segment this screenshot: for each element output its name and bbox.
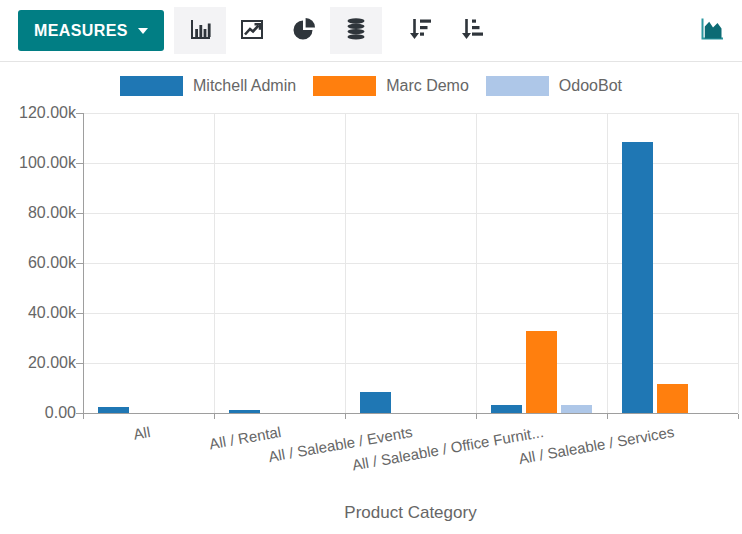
bar-mitchell-admin-0[interactable] — [98, 407, 129, 413]
bar-mitchell-admin-4[interactable] — [622, 142, 653, 413]
bar-mitchell-admin-1[interactable] — [229, 410, 260, 413]
bar-marc-demo-4[interactable] — [657, 384, 688, 413]
y-axis-tick-label: 0.00 — [45, 404, 76, 422]
caret-down-icon — [138, 28, 148, 34]
plot-area — [83, 113, 738, 413]
v-gridline — [476, 113, 477, 413]
stacked-toggle-button[interactable] — [330, 7, 382, 54]
y-axis-tick-label: 20.00k — [28, 354, 76, 372]
y-axis-tick-label: 80.00k — [28, 204, 76, 222]
sort-button-group — [394, 7, 498, 54]
sort-descending-button[interactable] — [394, 7, 446, 54]
line-chart-icon — [239, 16, 265, 45]
pie-chart-view-button[interactable] — [278, 7, 330, 54]
x-tick-mark — [214, 414, 215, 419]
x-tick-mark — [476, 414, 477, 419]
x-axis-tick-label: All — [132, 424, 151, 443]
legend-label: Marc Demo — [386, 77, 469, 95]
bar-odoobot-3[interactable] — [561, 405, 592, 413]
legend-swatch — [313, 76, 376, 96]
x-axis-line — [83, 413, 738, 414]
x-tick-mark — [83, 414, 84, 419]
v-gridline — [607, 113, 608, 413]
y-tick-mark — [76, 413, 83, 414]
sort-ascending-icon — [457, 14, 487, 47]
x-tick-mark — [345, 414, 346, 419]
y-tick-mark — [76, 263, 83, 264]
y-axis-tick-label: 120.00k — [19, 104, 76, 122]
y-axis-labels: 120.00k100.00k80.00k60.00k40.00k20.00k0.… — [0, 113, 76, 425]
y-axis-line — [83, 113, 84, 419]
legend-item-mitchell-admin[interactable]: Mitchell Admin — [120, 76, 296, 96]
v-gridline — [214, 113, 215, 413]
v-gridline — [738, 113, 739, 413]
y-axis-tick-label: 100.00k — [19, 154, 76, 172]
y-axis-tick-label: 40.00k — [28, 304, 76, 322]
y-tick-mark — [76, 113, 83, 114]
bar-mitchell-admin-2[interactable] — [360, 392, 391, 413]
legend-item-odoobot[interactable]: OdooBot — [486, 76, 622, 96]
measures-button-label: MEASURES — [34, 22, 128, 40]
x-axis-title: Product Category — [83, 503, 738, 523]
v-gridline — [345, 113, 346, 413]
x-tick-mark — [738, 414, 739, 419]
area-chart-button[interactable] — [698, 15, 726, 46]
legend-label: OdooBot — [559, 77, 622, 95]
sort-ascending-button[interactable] — [446, 7, 498, 54]
measures-button[interactable]: MEASURES — [18, 10, 164, 51]
y-tick-mark — [76, 313, 83, 314]
y-axis-tick-label: 60.00k — [28, 254, 76, 272]
x-tick-mark — [607, 414, 608, 419]
odoo-graph-view: MEASURES — [0, 0, 742, 534]
sort-descending-icon — [405, 14, 435, 47]
bar-chart-icon — [187, 16, 213, 45]
bar-mitchell-admin-3[interactable] — [491, 405, 522, 413]
pie-chart-icon — [291, 16, 317, 45]
chart-legend: Mitchell AdminMarc DemoOdooBot — [0, 76, 742, 96]
legend-item-marc-demo[interactable]: Marc Demo — [313, 76, 469, 96]
chart-type-button-group — [174, 7, 382, 54]
legend-label: Mitchell Admin — [193, 77, 296, 95]
bar-chart-view-button[interactable] — [174, 7, 226, 54]
legend-swatch — [120, 76, 183, 96]
graph-toolbar: MEASURES — [0, 0, 742, 62]
line-chart-view-button[interactable] — [226, 7, 278, 54]
y-tick-mark — [76, 163, 83, 164]
stacked-icon — [343, 16, 369, 45]
h-gridline — [83, 113, 738, 114]
bar-marc-demo-3[interactable] — [526, 331, 557, 413]
area-chart-icon — [698, 15, 726, 46]
y-tick-mark — [76, 363, 83, 364]
legend-swatch — [486, 76, 549, 96]
y-tick-mark — [76, 213, 83, 214]
